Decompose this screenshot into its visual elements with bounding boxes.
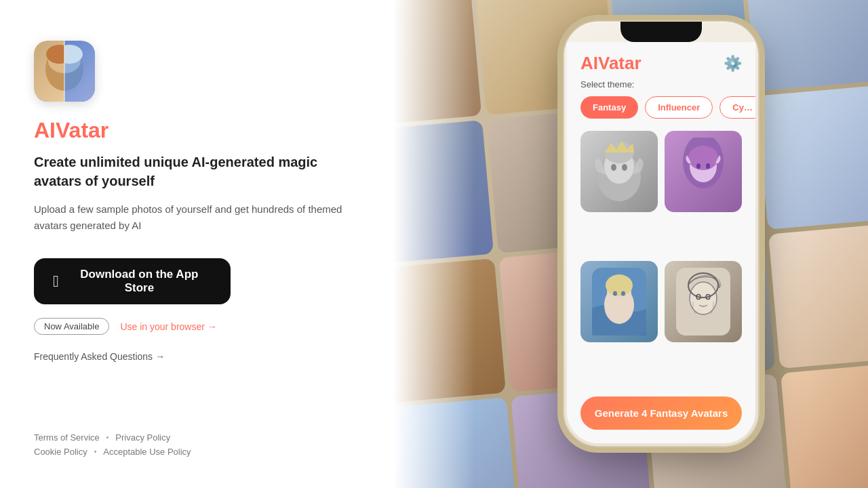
- svg-point-23: [606, 274, 633, 296]
- privacy-policy-link[interactable]: Privacy Policy: [115, 432, 170, 443]
- left-panel: AIVatar Create unlimited unique AI-gener…: [0, 0, 393, 488]
- water-avatar-svg: [592, 268, 646, 336]
- warrior-avatar-svg: [592, 138, 646, 205]
- phone-mockup: AIVatar ⚙️ Select theme: Fantasy Influen…: [563, 20, 760, 447]
- now-available-badge: Now Available: [34, 318, 109, 335]
- avatar-sketch: [665, 261, 742, 342]
- app-title: AIVatar: [34, 118, 359, 143]
- footer-row-2: Cookie Policy • Acceptable Use Policy: [34, 447, 191, 457]
- collage-avatar: [393, 258, 505, 403]
- avatar-grid: [567, 128, 755, 387]
- terms-of-service-link[interactable]: Terms of Service: [34, 432, 100, 443]
- theme-buttons: Fantasy Influencer Cy…: [567, 96, 755, 128]
- app-description: Upload a few sample photos of yourself a…: [34, 201, 359, 234]
- collage-avatar: [393, 397, 517, 488]
- settings-icon[interactable]: ⚙️: [724, 55, 742, 73]
- footer: Terms of Service • Privacy Policy Cookie…: [34, 432, 191, 461]
- collage-avatar: [768, 223, 868, 368]
- avatar-blue-water: [580, 261, 658, 342]
- acceptable-use-link[interactable]: Acceptable Use Policy: [103, 447, 191, 457]
- download-app-store-button[interactable]:  Download on the App Store: [34, 258, 231, 304]
- phone-screen: AIVatar ⚙️ Select theme: Fantasy Influen…: [567, 42, 755, 443]
- phone-header: AIVatar ⚙️: [567, 42, 755, 79]
- browser-link[interactable]: Use in your browser →: [120, 321, 216, 332]
- svg-point-25: [621, 291, 625, 296]
- elf-avatar-svg: [676, 138, 730, 205]
- svg-point-13: [611, 164, 616, 171]
- avatar-purple-elf: [665, 131, 742, 212]
- generate-avatars-button[interactable]: Generate 4 Fantasy Avatars: [580, 396, 742, 430]
- svg-point-14: [622, 164, 627, 171]
- collage-avatar: [780, 361, 868, 488]
- avatar-gray-warrior: [580, 131, 658, 212]
- theme-cyber-button[interactable]: Cy…: [719, 96, 755, 119]
- footer-row-1: Terms of Service • Privacy Policy: [34, 432, 191, 443]
- sketch-avatar-svg: [676, 268, 730, 336]
- collage-avatar: [393, 0, 481, 127]
- collage-avatar: [393, 120, 493, 265]
- faq-link[interactable]: Frequently Asked Questions →: [34, 351, 359, 362]
- collage-avatar: [756, 84, 868, 229]
- download-label: Download on the App Store: [67, 268, 212, 295]
- theme-fantasy-button[interactable]: Fantasy: [580, 96, 638, 119]
- cookie-policy-link[interactable]: Cookie Policy: [34, 447, 87, 457]
- app-tagline: Create unlimited unique AI-generated mag…: [34, 152, 359, 190]
- availability-row: Now Available Use in your browser →: [34, 318, 359, 335]
- svg-point-24: [613, 291, 617, 296]
- phone-notch: [620, 22, 702, 42]
- apple-icon: : [53, 272, 59, 291]
- select-theme-label: Select theme:: [567, 79, 755, 96]
- svg-point-18: [696, 163, 701, 169]
- collage-avatar: [744, 0, 868, 91]
- app-icon: [34, 41, 95, 102]
- svg-point-17: [688, 146, 718, 170]
- theme-influencer-button[interactable]: Influencer: [645, 96, 713, 119]
- svg-point-19: [706, 163, 710, 169]
- phone-app-title: AIVatar: [580, 53, 642, 74]
